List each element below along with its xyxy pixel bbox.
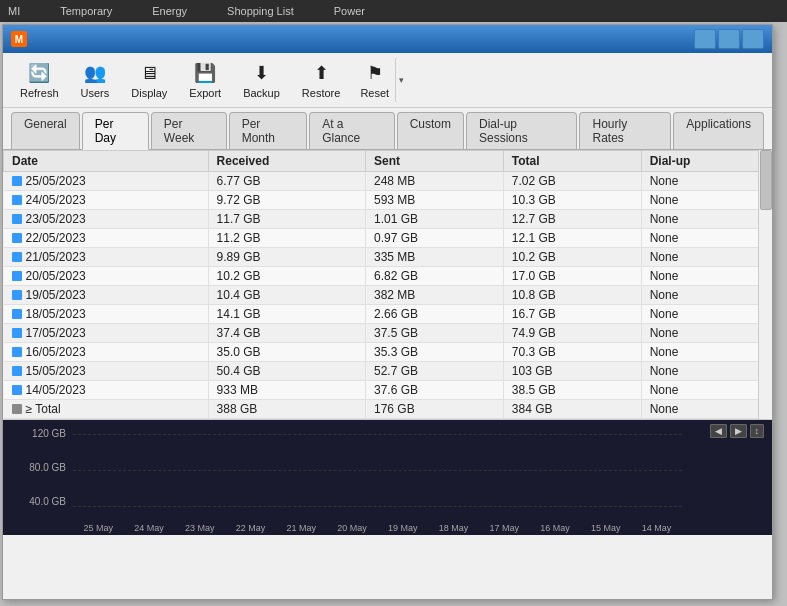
main-window: M 🔄 Refresh 👥 Users 🖥 Display 💾 Export ⬇…	[2, 24, 773, 600]
x-label: 19 May	[388, 523, 418, 533]
x-label: 16 May	[540, 523, 570, 533]
cell-dialup: None	[641, 324, 771, 343]
table-row[interactable]: 14/05/2023 933 MB 37.6 GB 38.5 GB None	[4, 381, 772, 400]
users-icon: 👥	[83, 61, 107, 85]
usage-table: Date Received Sent Total Dial-up 25/05/2…	[3, 150, 772, 419]
minimize-button[interactable]	[694, 29, 716, 49]
cell-total: 103 GB	[503, 362, 641, 381]
tab-custom[interactable]: Custom	[397, 112, 464, 149]
cell-date: ≥ Total	[4, 400, 209, 419]
chart-controls: ◀ ▶ ↕	[710, 424, 765, 438]
cell-sent: 248 MB	[366, 172, 504, 191]
cell-date: 24/05/2023	[4, 191, 209, 210]
y-label-40: 40.0 GB	[29, 496, 66, 507]
cell-received: 37.4 GB	[208, 324, 365, 343]
taskbar-item-power[interactable]: Power	[334, 5, 365, 17]
col-received: Received	[208, 151, 365, 172]
taskbar-item-shopping[interactable]: Shopping List	[227, 5, 294, 17]
cell-dialup: None	[641, 400, 771, 419]
reset-button[interactable]: ⚑ Reset	[354, 58, 395, 102]
restore-label: Restore	[302, 87, 341, 99]
cell-sent: 0.97 GB	[366, 229, 504, 248]
users-button[interactable]: 👥 Users	[72, 57, 119, 103]
table-row[interactable]: 24/05/2023 9.72 GB 593 MB 10.3 GB None	[4, 191, 772, 210]
table-row[interactable]: 21/05/2023 9.89 GB 335 MB 10.2 GB None	[4, 248, 772, 267]
chart-next-button[interactable]: ▶	[730, 424, 747, 438]
cell-dialup: None	[641, 267, 771, 286]
table-container: Date Received Sent Total Dial-up 25/05/2…	[3, 150, 772, 420]
tab-per-week[interactable]: Per Week	[151, 112, 227, 149]
tab-applications[interactable]: Applications	[673, 112, 764, 149]
reset-dropdown[interactable]: ⚑ Reset ▾	[353, 57, 408, 103]
tab-dial-up[interactable]: Dial-up Sessions	[466, 112, 577, 149]
window-icon: M	[11, 31, 27, 47]
cell-date: 14/05/2023	[4, 381, 209, 400]
cell-received: 11.2 GB	[208, 229, 365, 248]
chart-scale-button[interactable]: ↕	[750, 424, 765, 438]
title-bar-controls	[694, 29, 764, 49]
cell-total: 38.5 GB	[503, 381, 641, 400]
table-row[interactable]: 15/05/2023 50.4 GB 52.7 GB 103 GB None	[4, 362, 772, 381]
cell-dialup: None	[641, 381, 771, 400]
table-row[interactable]: ≥ Total 388 GB 176 GB 384 GB None	[4, 400, 772, 419]
cell-dialup: None	[641, 191, 771, 210]
x-label: 14 May	[642, 523, 672, 533]
cell-received: 35.0 GB	[208, 343, 365, 362]
backup-button[interactable]: ⬇ Backup	[234, 57, 289, 103]
x-label: 25 May	[84, 523, 114, 533]
cell-received: 9.89 GB	[208, 248, 365, 267]
display-button[interactable]: 🖥 Display	[122, 57, 176, 103]
export-button[interactable]: 💾 Export	[180, 57, 230, 103]
table-row[interactable]: 16/05/2023 35.0 GB 35.3 GB 70.3 GB None	[4, 343, 772, 362]
chart-prev-button[interactable]: ◀	[710, 424, 727, 438]
tab-per-day[interactable]: Per Day	[82, 112, 149, 150]
tab-general[interactable]: General	[11, 112, 80, 149]
table-row[interactable]: 19/05/2023 10.4 GB 382 MB 10.8 GB None	[4, 286, 772, 305]
x-label: 24 May	[134, 523, 164, 533]
cell-dialup: None	[641, 362, 771, 381]
taskbar-item-energy[interactable]: Energy	[152, 5, 187, 17]
x-label: 20 May	[337, 523, 367, 533]
table-row[interactable]: 25/05/2023 6.77 GB 248 MB 7.02 GB None	[4, 172, 772, 191]
close-button[interactable]	[742, 29, 764, 49]
maximize-button[interactable]	[718, 29, 740, 49]
col-dialup: Dial-up	[641, 151, 771, 172]
table-row[interactable]: 18/05/2023 14.1 GB 2.66 GB 16.7 GB None	[4, 305, 772, 324]
tab-hourly-rates[interactable]: Hourly Rates	[579, 112, 671, 149]
export-label: Export	[189, 87, 221, 99]
cell-date: 18/05/2023	[4, 305, 209, 324]
cell-total: 70.3 GB	[503, 343, 641, 362]
x-label: 22 May	[236, 523, 266, 533]
table-row[interactable]: 22/05/2023 11.2 GB 0.97 GB 12.1 GB None	[4, 229, 772, 248]
reset-label: Reset	[360, 87, 389, 99]
cell-sent: 37.5 GB	[366, 324, 504, 343]
col-total: Total	[503, 151, 641, 172]
cell-date: 23/05/2023	[4, 210, 209, 229]
table-row[interactable]: 23/05/2023 11.7 GB 1.01 GB 12.7 GB None	[4, 210, 772, 229]
scrollbar-track[interactable]	[758, 150, 772, 419]
cell-dialup: None	[641, 172, 771, 191]
restore-button[interactable]: ⬆ Restore	[293, 57, 350, 103]
taskbar-item-temporary[interactable]: Temporary	[60, 5, 112, 17]
cell-total: 16.7 GB	[503, 305, 641, 324]
x-label: 15 May	[591, 523, 621, 533]
cell-dialup: None	[641, 343, 771, 362]
backup-icon: ⬇	[249, 61, 273, 85]
reset-dropdown-arrow[interactable]: ▾	[395, 58, 407, 102]
cell-sent: 382 MB	[366, 286, 504, 305]
cell-received: 10.4 GB	[208, 286, 365, 305]
taskbar-item-mi[interactable]: MI	[8, 5, 20, 17]
backup-label: Backup	[243, 87, 280, 99]
cell-received: 933 MB	[208, 381, 365, 400]
scrollbar-thumb[interactable]	[760, 150, 772, 210]
cell-received: 388 GB	[208, 400, 365, 419]
col-date: Date	[4, 151, 209, 172]
tab-at-a-glance[interactable]: At a Glance	[309, 112, 395, 149]
cell-dialup: None	[641, 229, 771, 248]
table-row[interactable]: 17/05/2023 37.4 GB 37.5 GB 74.9 GB None	[4, 324, 772, 343]
table-row[interactable]: 20/05/2023 10.2 GB 6.82 GB 17.0 GB None	[4, 267, 772, 286]
cell-date: 15/05/2023	[4, 362, 209, 381]
tab-per-month[interactable]: Per Month	[229, 112, 308, 149]
cell-dialup: None	[641, 286, 771, 305]
refresh-button[interactable]: 🔄 Refresh	[11, 57, 68, 103]
